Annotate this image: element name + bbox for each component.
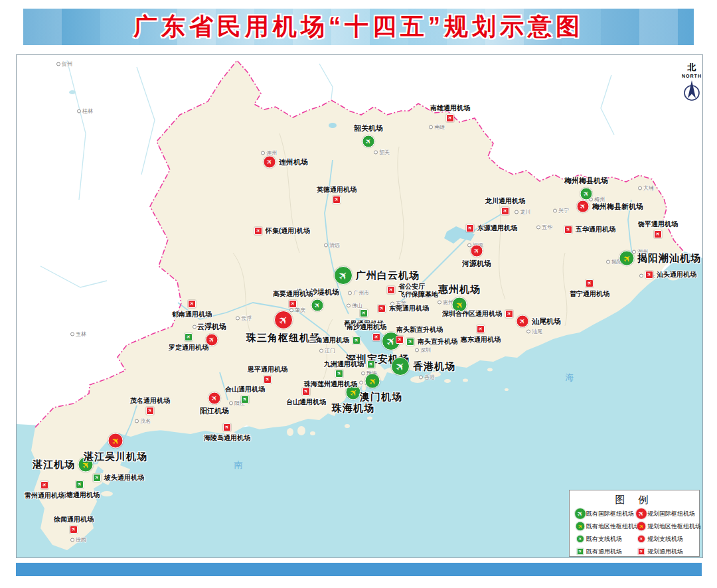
plane-icon: ✈ [453,299,465,311]
city-dot-icon [193,325,197,329]
city-dot-icon [70,332,74,336]
airport-planned-ga-icon: ✈ [586,279,594,287]
airport-planned-ga-icon: ✈ [264,376,272,384]
legend-item: ✈既有国际枢纽机场 [575,509,636,519]
city-marker: 龙川 [515,208,530,216]
plane-icon: ✈ [646,271,653,278]
airport-label: 香港机场 [413,360,455,372]
airport-label: 南沙通用机场 [347,323,386,331]
airport-label: 珠海莲州通用机场 [304,380,357,388]
plane-icon: ✈ [360,310,367,317]
airport-label: 雷州通用机场 [25,492,64,500]
airport-planned-ga-icon: ✈ [302,388,310,396]
city-dot-icon [347,303,351,307]
plane-icon: ✈ [276,313,291,327]
city-dot-icon [553,208,557,212]
airport-planned-ga-icon: ✈ [466,224,474,232]
city-label: 兴宁 [558,207,569,214]
plane-icon: ✈ [447,115,453,121]
airport-planned-regional-hub-icon: ✈ [637,522,646,531]
city-label: 云浮 [241,315,252,322]
legend-item: ✈既有支线机场 [575,534,636,544]
plane-icon: ✈ [621,252,633,264]
city-label: 深圳 [420,346,431,354]
sea-label: 海 [566,372,574,384]
legend-item: ✈规划地区性枢纽机场 [636,522,695,532]
plane-icon: ✈ [578,549,584,555]
airport-planned-ga-icon: ✈ [387,286,395,294]
airport-planned-feeder-icon: ✈ [577,200,590,213]
city-dot-icon [348,291,352,295]
airport-label: 连州机场 [279,158,308,167]
legend-icon: ✈ [636,534,647,544]
city-marker: 徐闻 [70,536,86,544]
city-marker: 南雄 [429,123,445,131]
legend-item: ✈规划通用机场 [636,547,695,557]
legend-item: ✈规划支线机场 [636,534,695,544]
airport-label: 惠州机场 [438,283,481,295]
airport-label: 汕尾机场 [532,317,561,326]
plane-icon: ✈ [147,407,153,414]
airport-planned-ga-icon: ✈ [70,526,78,534]
city-marker: 云浮 [236,315,252,322]
airport-label: 南头直升机场 [418,338,457,346]
city-dot-icon [135,419,139,423]
airport-existing-feeder-icon: ✈ [580,188,593,200]
airport-label: 龙川通用机场 [485,197,525,205]
plane-icon: ✈ [502,208,509,214]
plane-icon: ✈ [264,376,271,383]
plane-icon: ✈ [578,536,584,542]
city-dot-icon [438,300,441,304]
city-label: 韶关 [379,149,390,156]
legend-icon: ✈ [636,509,647,519]
plane-icon: ✈ [224,424,230,431]
plane-icon: ✈ [333,196,340,203]
city-dot-icon [236,316,240,320]
airport-planned-ga-icon: ✈ [477,325,485,333]
plane-icon: ✈ [347,386,359,398]
airport-label: 坡头通用机场 [104,474,144,482]
city-dot-icon [289,308,293,312]
city-label: 五华 [542,224,552,231]
plane-icon: ✈ [368,361,374,368]
plane-icon: ✈ [655,231,661,238]
plane-icon: ✈ [639,536,645,542]
airport-label: 恩平通用机场 [248,366,287,374]
plane-icon: ✈ [586,280,593,287]
airport-planned-ga-icon: ✈ [638,548,645,555]
airport-existing-ga-icon: ✈ [241,396,249,404]
airport-planned-regional-hub-icon: ✈ [108,433,123,449]
city-label: 清远 [329,242,340,249]
legend-label: 规划国际枢纽机场 [647,510,695,518]
airport-existing-ga-icon: ✈ [577,548,584,555]
airport-planned-ga-icon: ✈ [396,336,404,344]
airport-existing-regional-hub-icon: ✈ [576,522,585,531]
airport-label: 河源机场 [462,259,491,268]
plane-icon: ✈ [364,137,373,146]
airport-planned-ga-icon: ✈ [654,230,662,238]
airport-planned-feeder-icon: ✈ [517,315,529,328]
airport-planned-ga-icon: ✈ [188,300,196,308]
airport-label: 郁南通用机场 [172,311,212,319]
city-marker: 深圳 [415,346,431,354]
city-dot-icon [606,259,610,263]
airport-label: 九洲通用机场 [324,360,364,368]
legend-item: ✈规划国际枢纽机场 [636,509,695,519]
legend-label: 规划通用机场 [647,548,683,556]
airport-planned-ga-icon: ✈ [289,300,297,308]
airport-planned-ga-icon: ✈ [446,114,454,122]
city-dot-icon [429,125,433,129]
airport-planned-feeder-icon: ✈ [637,535,645,543]
plane-icon: ✈ [407,338,414,345]
city-dot-icon [319,348,323,352]
city-label: 香港 [424,374,435,381]
airport-label: 梅州梅县新机场 [592,202,643,211]
plane-icon: ✈ [336,370,343,377]
plane-icon: ✈ [578,202,588,211]
airport-existing-intl-hub-icon: ✈ [574,508,586,519]
airport-planned-feeder-icon: ✈ [471,245,483,257]
plane-icon: ✈ [210,394,219,403]
airport-existing-ga-icon: ✈ [406,338,414,346]
airport-planned-ga-icon: ✈ [254,227,262,235]
legend-item: ✈既有通用机场 [575,547,636,557]
